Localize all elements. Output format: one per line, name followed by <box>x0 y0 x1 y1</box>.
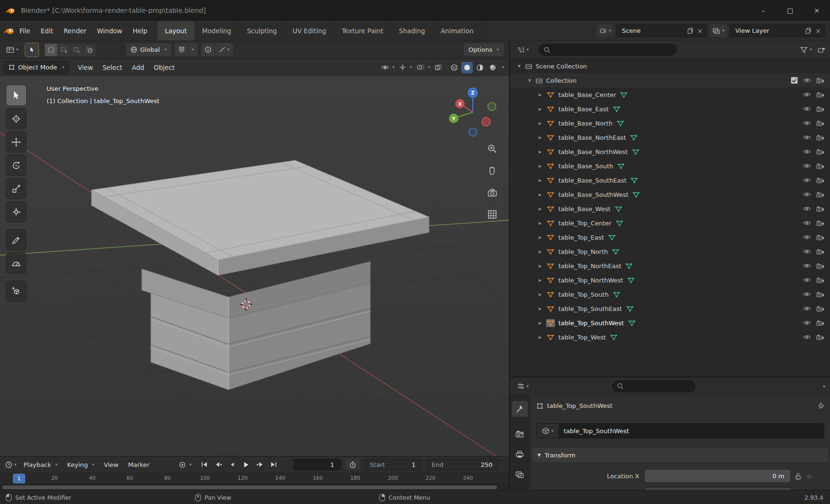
viewport-menu-object[interactable]: Object <box>149 64 179 71</box>
expand-arrow-icon[interactable]: ▶ <box>537 221 543 225</box>
expand-arrow-icon[interactable]: ▶ <box>537 93 543 97</box>
disable-in-renders-icon[interactable] <box>816 277 824 283</box>
disable-in-renders-icon[interactable] <box>816 263 824 269</box>
outliner-object-row[interactable]: ▶ table_Base_West <box>510 202 830 216</box>
view-layer-selector[interactable]: View Layer × <box>730 24 825 37</box>
current-frame-input[interactable]: 1 <box>293 459 341 470</box>
outliner-search-field[interactable] <box>539 44 677 56</box>
disable-in-renders-icon[interactable] <box>816 206 824 212</box>
object-data-dropdown[interactable]: ▾ <box>537 424 559 438</box>
animate-property-icon[interactable]: ◇ <box>807 473 811 479</box>
outliner-object-row[interactable]: ▶ table_Top_NorthWest <box>510 273 830 287</box>
outliner-object-row[interactable]: ▶ table_Base_South <box>510 159 830 173</box>
workspace-tab-layout[interactable]: Layout <box>157 21 195 40</box>
viewport-menu-select[interactable]: Select <box>98 64 127 71</box>
frame-end-input[interactable]: End 250 <box>427 459 498 470</box>
pan-hand-icon[interactable] <box>487 165 498 176</box>
workspace-tab-uv-editing[interactable]: UV Editing <box>285 21 334 40</box>
proportional-falloff-dropdown[interactable]: ▾ <box>215 43 233 56</box>
output-properties-tab[interactable] <box>512 446 528 462</box>
transform-tool-button[interactable] <box>6 201 27 223</box>
hide-in-viewport-icon[interactable] <box>803 92 811 97</box>
editor-type-button[interactable]: ▾ <box>4 43 21 57</box>
tool-properties-tab[interactable] <box>512 401 528 417</box>
expand-arrow-icon[interactable]: ▶ <box>537 178 543 183</box>
object-name-label[interactable]: table_Top_East <box>558 234 604 241</box>
menu-file[interactable]: File <box>14 27 36 35</box>
object-name-label[interactable]: table_Base_NorthEast <box>558 134 626 141</box>
object-visibility-dropdown[interactable]: ▾ <box>381 65 395 70</box>
snap-toggle[interactable] <box>175 43 188 56</box>
blender-app-menu-icon[interactable] <box>4 27 14 35</box>
outliner-object-row[interactable]: ▶ table_Base_NorthEast <box>510 130 830 145</box>
unlink-scene-icon[interactable]: × <box>696 27 704 35</box>
hide-in-viewport-icon[interactable] <box>803 291 811 297</box>
scene-collection-label[interactable]: Scene Collection <box>536 63 587 70</box>
object-name-label[interactable]: table_Top_Center <box>558 220 612 227</box>
orthographic-grid-icon[interactable] <box>487 209 498 220</box>
expand-arrow-icon[interactable]: ▶ <box>537 235 543 240</box>
navigation-gizmo[interactable]: Z X Y <box>444 85 501 142</box>
transform-section-header[interactable]: ▼ Transform <box>533 448 828 462</box>
disable-in-renders-icon[interactable] <box>816 78 824 84</box>
render-properties-tab[interactable] <box>512 426 528 442</box>
new-scene-icon[interactable] <box>687 28 693 34</box>
outliner-object-row[interactable]: ▶ table_Base_East <box>510 102 830 116</box>
maximize-button[interactable]: □ <box>777 0 803 21</box>
expand-arrow-icon[interactable]: ▼ <box>517 64 522 68</box>
select-mode-intersect-button[interactable] <box>83 44 96 56</box>
timeline-ruler[interactable]: 1 20406080100120140160180200220240 <box>0 473 509 484</box>
object-name-label[interactable]: table_Top_North <box>558 248 608 255</box>
viewport-3d[interactable]: User Perspective (1) Collection | table_… <box>0 76 509 456</box>
outliner-object-row[interactable]: ▶ table_Top_SouthWest <box>510 316 830 330</box>
jump-to-start-button[interactable] <box>198 459 211 470</box>
active-tool-icon[interactable] <box>25 43 39 57</box>
select-box-tool-button[interactable] <box>6 85 27 106</box>
disable-in-renders-icon[interactable] <box>816 334 824 340</box>
shading-rendered-button[interactable] <box>487 62 498 73</box>
outliner-object-row[interactable]: ▶ table_Top_Center <box>510 216 830 230</box>
hide-in-viewport-icon[interactable] <box>803 263 811 269</box>
expand-arrow-icon[interactable]: ▶ <box>537 292 543 297</box>
expand-arrow-icon[interactable]: ▶ <box>537 136 543 140</box>
expand-arrow-icon[interactable]: ▶ <box>537 278 543 282</box>
new-collection-button[interactable] <box>818 47 825 53</box>
outliner-object-row[interactable]: ▶ table_Top_NorthEast <box>510 259 830 273</box>
shading-wireframe-button[interactable] <box>449 62 460 73</box>
new-view-layer-icon[interactable] <box>805 28 811 34</box>
viewport-menu-view[interactable]: View <box>73 64 98 71</box>
disable-in-renders-icon[interactable] <box>816 220 824 226</box>
expand-arrow-icon[interactable]: ▶ <box>537 107 543 111</box>
outliner-object-row[interactable]: ▶ table_Base_SouthEast <box>510 173 830 187</box>
disable-in-renders-icon[interactable] <box>816 234 824 241</box>
viewport-menu-add[interactable]: Add <box>127 64 149 71</box>
outliner-filter-dropdown[interactable]: ▾ <box>800 47 812 53</box>
timeline-scrollbar[interactable] <box>0 484 509 490</box>
frame-start-input[interactable]: Start 1 <box>365 459 421 470</box>
options-dropdown[interactable]: Options ▾ <box>464 43 504 56</box>
prev-keyframe-button[interactable] <box>212 459 225 470</box>
mode-dropdown[interactable]: Object Mode ▾ <box>4 61 69 74</box>
annotate-tool-button[interactable] <box>6 229 27 251</box>
hide-in-viewport-icon[interactable] <box>803 106 811 112</box>
outliner-object-row[interactable]: ▶ table_Base_SouthWest <box>510 187 830 202</box>
proportional-edit-toggle[interactable] <box>201 43 215 56</box>
outliner-object-row[interactable]: ▶ table_Top_West <box>510 330 830 344</box>
disable-in-renders-icon[interactable] <box>816 163 824 169</box>
play-button[interactable] <box>240 459 253 470</box>
workspace-tab-shading[interactable]: Shading <box>391 21 433 40</box>
overlays-dropdown[interactable]: ▾ <box>417 64 430 70</box>
object-name-label[interactable]: table_Base_SouthEast <box>558 177 626 184</box>
menu-render[interactable]: Render <box>59 27 92 35</box>
hide-in-viewport-icon[interactable] <box>803 220 811 226</box>
disable-in-renders-icon[interactable] <box>816 135 824 141</box>
expand-arrow-icon[interactable]: ▶ <box>537 335 543 339</box>
expand-arrow-icon[interactable]: ▶ <box>537 250 543 254</box>
add-cube-tool-button[interactable] <box>6 281 27 302</box>
collection-label[interactable]: Collection <box>546 77 576 84</box>
shading-dropdown[interactable]: ▾ <box>502 65 504 69</box>
hide-in-viewport-icon[interactable] <box>803 120 811 126</box>
expand-arrow-icon[interactable]: ▶ <box>537 321 543 325</box>
menu-help[interactable]: Help <box>127 27 153 35</box>
marker-menu[interactable]: Marker <box>123 461 154 468</box>
